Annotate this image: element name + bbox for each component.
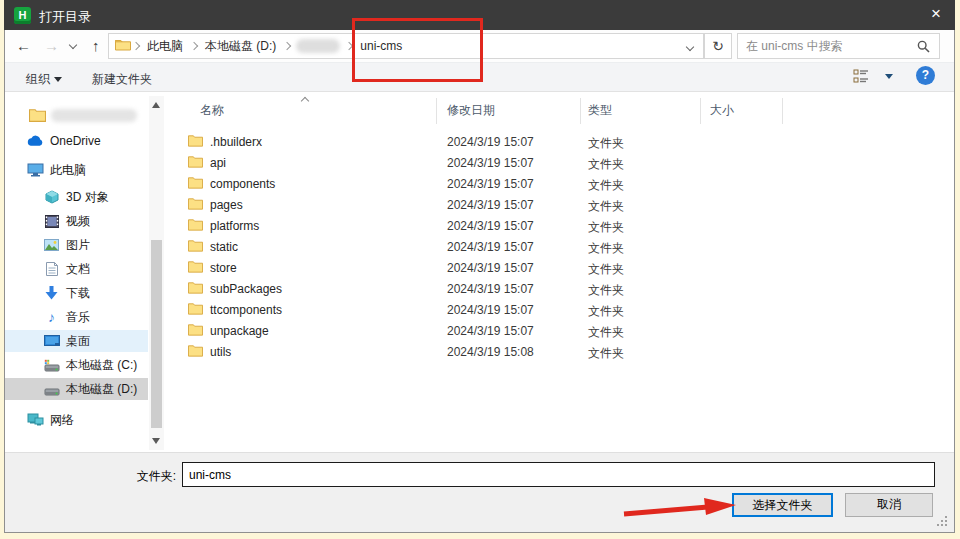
- sidebar-item-documents[interactable]: 文档: [5, 258, 148, 280]
- up-icon[interactable]: ↑: [92, 37, 100, 54]
- view-mode-icon[interactable]: [853, 69, 870, 87]
- refresh-icon[interactable]: ↻: [704, 33, 732, 59]
- annotation-arrow: [608, 496, 740, 525]
- folder-icon: [188, 134, 203, 150]
- sidebar-item-desktop[interactable]: 桌面: [5, 330, 148, 352]
- file-row[interactable]: .hbuilderx2024/3/19 15:07文件夹: [180, 131, 780, 152]
- sidebar-item-downloads[interactable]: 下载: [5, 282, 148, 304]
- search-input[interactable]: [746, 37, 906, 55]
- file-row[interactable]: unpackage2024/3/19 15:07文件夹: [180, 320, 780, 341]
- file-name[interactable]: .hbuilderx: [210, 135, 262, 149]
- column-header-size[interactable]: 大小: [710, 102, 734, 119]
- file-date: 2024/3/19 15:07: [447, 240, 534, 254]
- scroll-down-icon[interactable]: [152, 438, 160, 444]
- sidebar-item-label: OneDrive: [50, 134, 101, 148]
- column-header-type[interactable]: 类型: [588, 102, 612, 119]
- file-type: 文件夹: [588, 261, 624, 278]
- sidebar-item-drive-c[interactable]: 本地磁盘 (C:): [5, 354, 148, 376]
- file-type: 文件夹: [588, 345, 624, 362]
- file-type: 文件夹: [588, 219, 624, 236]
- column-divider[interactable]: [436, 98, 437, 124]
- sidebar-item-3d-objects[interactable]: 3D 对象: [5, 186, 148, 208]
- file-date: 2024/3/19 15:07: [447, 303, 534, 317]
- sidebar-item-label: 图片: [66, 237, 90, 254]
- help-icon[interactable]: ?: [916, 66, 935, 85]
- breadcrumb-separator-icon: [190, 42, 198, 50]
- breadcrumb-redacted-segment[interactable]: [296, 39, 340, 53]
- file-name[interactable]: utils: [210, 345, 231, 359]
- cancel-button[interactable]: 取消: [845, 493, 933, 517]
- sidebar-item-onedrive[interactable]: OneDrive: [5, 130, 148, 152]
- sidebar-item-label: 桌面: [66, 333, 90, 350]
- file-name[interactable]: platforms: [210, 219, 259, 233]
- sidebar-item-redacted[interactable]: [5, 104, 148, 126]
- sidebar-redacted-label: [51, 109, 137, 122]
- scrollbar-thumb[interactable]: [151, 240, 162, 428]
- column-divider[interactable]: [782, 98, 783, 124]
- file-row[interactable]: pages2024/3/19 15:07文件夹: [180, 194, 780, 215]
- file-type: 文件夹: [588, 156, 624, 173]
- organize-button[interactable]: 组织: [26, 71, 62, 88]
- folder-icon: [188, 344, 203, 360]
- back-icon[interactable]: ←: [16, 37, 31, 54]
- sidebar-item-label: 音乐: [66, 309, 90, 326]
- file-name[interactable]: api: [210, 156, 226, 170]
- file-name[interactable]: subPackages: [210, 282, 282, 296]
- sidebar-item-network[interactable]: 网络: [5, 409, 148, 431]
- column-divider[interactable]: [580, 98, 581, 124]
- file-row[interactable]: platforms2024/3/19 15:07文件夹: [180, 215, 780, 236]
- sidebar-item-label: 文档: [66, 261, 90, 278]
- file-name[interactable]: store: [210, 261, 237, 275]
- file-date: 2024/3/19 15:07: [447, 324, 534, 338]
- file-row[interactable]: static2024/3/19 15:07文件夹: [180, 236, 780, 257]
- new-folder-button[interactable]: 新建文件夹: [92, 71, 152, 88]
- file-name[interactable]: ttcomponents: [210, 303, 282, 317]
- download-arrow-icon: [43, 286, 60, 300]
- sidebar-item-this-pc[interactable]: 此电脑: [5, 159, 148, 181]
- folder-icon: [188, 197, 203, 213]
- folder-icon: [188, 302, 203, 318]
- file-name[interactable]: components: [210, 177, 275, 191]
- view-dropdown-icon[interactable]: [885, 74, 893, 79]
- organize-dropdown-icon: [54, 77, 62, 82]
- file-row[interactable]: ttcomponents2024/3/19 15:07文件夹: [180, 299, 780, 320]
- close-icon[interactable]: ×: [918, 0, 954, 30]
- sidebar-item-pictures[interactable]: 图片: [5, 234, 148, 256]
- resize-grip[interactable]: [936, 515, 948, 530]
- breadcrumb-drive-d[interactable]: 本地磁盘 (D:): [199, 38, 282, 55]
- file-name[interactable]: unpackage: [210, 324, 269, 338]
- file-date: 2024/3/19 15:07: [447, 156, 534, 170]
- file-type: 文件夹: [588, 177, 624, 194]
- file-type: 文件夹: [588, 135, 624, 152]
- file-name[interactable]: static: [210, 240, 238, 254]
- folder-icon: [29, 108, 46, 122]
- file-row[interactable]: store2024/3/19 15:07文件夹: [180, 257, 780, 278]
- breadcrumb-this-pc[interactable]: 此电脑: [141, 38, 189, 55]
- address-dropdown-icon[interactable]: [686, 43, 694, 51]
- scroll-up-icon[interactable]: [152, 102, 160, 108]
- folder-icon: [188, 155, 203, 171]
- search-icon[interactable]: [917, 40, 930, 56]
- sidebar-item-drive-d[interactable]: 本地磁盘 (D:): [5, 378, 148, 400]
- sidebar-item-label: 视频: [66, 213, 90, 230]
- music-note-icon: ♪: [43, 309, 60, 325]
- file-row[interactable]: subPackages2024/3/19 15:07文件夹: [180, 278, 780, 299]
- window-title: 打开目录: [39, 8, 91, 26]
- column-header-date[interactable]: 修改日期: [447, 102, 495, 119]
- file-row[interactable]: utils2024/3/19 15:08文件夹: [180, 341, 780, 362]
- select-folder-button[interactable]: 选择文件夹: [732, 493, 833, 517]
- column-divider[interactable]: [700, 98, 701, 124]
- folder-icon: [188, 239, 203, 255]
- sidebar-item-videos[interactable]: 视频: [5, 210, 148, 232]
- file-date: 2024/3/19 15:07: [447, 135, 534, 149]
- breadcrumb-separator-icon: [132, 42, 140, 50]
- drive-c-icon: [43, 359, 60, 372]
- forward-icon[interactable]: →: [44, 37, 59, 54]
- file-row[interactable]: components2024/3/19 15:07文件夹: [180, 173, 780, 194]
- folder-name-input[interactable]: [182, 462, 935, 487]
- sidebar-item-music[interactable]: ♪ 音乐: [5, 306, 148, 328]
- column-header-name[interactable]: 名称: [200, 102, 224, 119]
- file-row[interactable]: api2024/3/19 15:07文件夹: [180, 152, 780, 173]
- file-name[interactable]: pages: [210, 198, 243, 212]
- sidebar-item-label: 此电脑: [50, 162, 86, 179]
